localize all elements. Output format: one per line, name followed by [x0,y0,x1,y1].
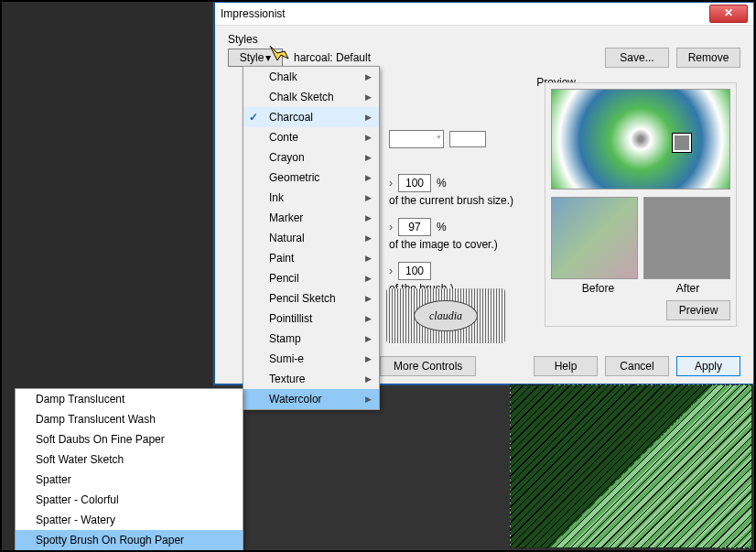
submenu-arrow-icon: ▶ [365,334,372,343]
watermark: claudia [386,288,505,343]
chevron-right-icon: › [389,221,393,233]
cancel-button[interactable]: Cancel [605,356,669,376]
style-menu: Chalk▶Chalk Sketch▶Charcoal▶Conte▶Crayon… [243,66,380,410]
submenu-arrow-icon: ▶ [365,133,372,142]
menu-item-marker[interactable]: Marker▶ [243,208,379,228]
menu-item-chalk[interactable]: Chalk▶ [243,67,379,87]
canvas-preview [510,384,752,548]
submenu-item-soft-water-sketch[interactable]: Soft Water Sketch [16,449,243,470]
submenu-item-spatter---watery[interactable]: Spatter - Watery [16,510,243,530]
submenu-arrow-icon: ▶ [365,314,372,323]
menu-item-charcoal[interactable]: Charcoal▶ [243,107,379,127]
submenu-arrow-icon: ▶ [365,113,372,122]
menu-item-natural[interactable]: Natural▶ [243,228,379,248]
submenu-arrow-icon: ▶ [365,233,372,243]
submenu-arrow-icon: ▶ [365,274,372,283]
current-style-name: harcoal: Default [288,51,599,64]
coverage-input[interactable]: 97 [398,218,431,236]
submenu-item-spotty-brush-on-rough-paper[interactable]: Spotty Brush On Rough Paper [16,530,243,550]
apply-button[interactable]: Apply [676,356,740,376]
menu-item-pencil[interactable]: Pencil▶ [243,268,379,288]
close-button[interactable]: ✕ [709,5,748,23]
color-swatch[interactable] [449,131,486,147]
submenu-item-damp-translucent-wash[interactable]: Damp Translucent Wash [16,409,243,429]
submenu-arrow-icon: ▶ [365,92,372,102]
brush-size-input[interactable]: 100 [398,174,431,192]
after-label: After [676,282,699,295]
menu-item-paint[interactable]: Paint▶ [243,248,379,268]
submenu-arrow-icon: ▶ [365,193,372,202]
menu-item-conte[interactable]: Conte▶ [243,127,379,147]
watercolor-submenu: Damp TranslucentDamp Translucent WashSof… [15,388,243,551]
preview-selector-box[interactable] [673,134,691,152]
submenu-arrow-icon: ▶ [365,153,372,162]
titlebar: Impressionist ✕ [215,3,753,26]
menu-item-geometric[interactable]: Geometric▶ [243,168,379,188]
style-dropdown[interactable]: Style [228,49,283,67]
before-label: Before [582,282,614,295]
help-button[interactable]: Help [534,356,598,376]
remove-button[interactable]: Remove [676,48,740,68]
preview-group: Before After Preview [545,82,737,327]
menu-item-stamp[interactable]: Stamp▶ [243,329,379,349]
submenu-arrow-icon: ▶ [365,374,372,384]
menu-item-crayon[interactable]: Crayon▶ [243,147,379,168]
preview-before [551,197,638,279]
chevron-right-icon: › [389,265,393,277]
submenu-item-soft-daubs-on-fine-paper[interactable]: Soft Daubs On Fine Paper [16,429,243,449]
submenu-arrow-icon: ▶ [365,213,372,222]
submenu-arrow-icon: ▶ [365,173,372,182]
save-button[interactable]: Save... [605,48,669,68]
submenu-arrow-icon: ▶ [365,254,372,263]
menu-item-pointillist[interactable]: Pointillist▶ [243,308,379,329]
submenu-item-spatter[interactable]: Spatter [16,470,243,490]
menu-item-watercolor[interactable]: Watercolor▶ [243,389,379,409]
more-controls-button[interactable]: More Controls [380,356,476,376]
preview-after [643,197,730,279]
chevron-right-icon: › [389,177,393,189]
submenu-item-spatter---colorful[interactable]: Spatter - Colorful [16,490,243,510]
submenu-arrow-icon: ▶ [365,72,372,81]
menu-item-texture[interactable]: Texture▶ [243,369,379,389]
submenu-arrow-icon: ▶ [365,354,372,363]
preview-main[interactable] [551,89,730,189]
submenu-arrow-icon: ▶ [365,294,372,303]
combo-1[interactable] [389,130,444,148]
preview-button[interactable]: Preview [666,300,730,320]
brush-input[interactable]: 100 [398,262,431,280]
dialog-title: Impressionist [221,7,286,20]
styles-label: Styles [228,33,740,46]
menu-item-pencil-sketch[interactable]: Pencil Sketch▶ [243,288,379,308]
menu-item-sumi-e[interactable]: Sumi-e▶ [243,349,379,369]
submenu-arrow-icon: ▶ [365,395,372,404]
menu-item-ink[interactable]: Ink▶ [243,188,379,208]
submenu-item-damp-translucent[interactable]: Damp Translucent [16,389,243,409]
menu-item-chalk-sketch[interactable]: Chalk Sketch▶ [243,87,379,107]
